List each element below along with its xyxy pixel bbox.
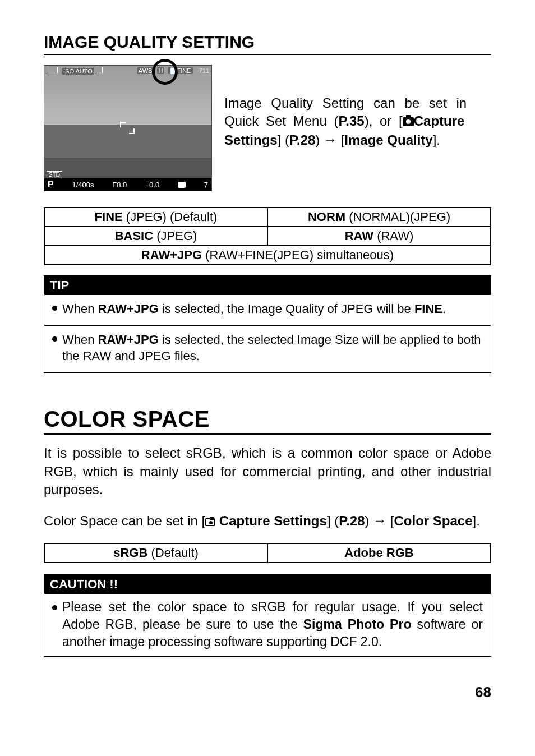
card-icon: [96, 67, 103, 73]
section-heading-image-quality: IMAGE QUALITY SETTING: [44, 33, 491, 55]
tip-box: TIP When RAW+JPG is selected, the Image …: [44, 275, 491, 373]
cell-rawjpg: RAW+JPG (RAW+FINE(JPEG) simultaneous): [44, 246, 491, 265]
tip-item-1: When RAW+JPG is selected, the Image Qual…: [52, 298, 483, 320]
awb-label: AWB: [137, 67, 154, 74]
color-space-paragraph-2: Color Space can be set in [ Capture Sett…: [44, 511, 491, 531]
caution-item: Please set the color space to sRGB for r…: [52, 598, 483, 651]
cell-raw: RAW (RAW): [268, 227, 491, 246]
color-space-table: sRGB (Default) Adobe RGB: [44, 543, 491, 563]
cell-norm: NORM (NORMAL)(JPEG): [268, 208, 491, 227]
highlight-circle-icon: [152, 59, 178, 85]
cell-srgb: sRGB (Default): [44, 543, 268, 563]
burst-count: 7: [204, 181, 208, 189]
aperture: F8.0: [112, 181, 127, 189]
caution-box: CAUTION !! Please set the color space to…: [44, 574, 491, 657]
arrow-right-icon: →: [324, 131, 337, 149]
focus-brackets-icon: [120, 122, 135, 134]
camera-outline-icon: [205, 518, 215, 526]
mode-p: P: [48, 179, 54, 190]
shutter-speed: 1/400s: [72, 181, 94, 189]
camera-icon: [403, 117, 414, 126]
page-number: 68: [44, 684, 491, 701]
color-space-paragraph-1: It is possible to select sRGB, which is …: [44, 444, 491, 499]
camera-small-icon: [178, 182, 186, 188]
arrow-right-icon: →: [373, 511, 386, 530]
tip-item-2: When RAW+JPG is selected, the selected I…: [52, 329, 483, 367]
tip-heading: TIP: [44, 276, 491, 295]
cell-adobergb: Adobe RGB: [268, 543, 491, 563]
image-quality-paragraph: Image Quality Setting can be set in Quic…: [224, 65, 491, 191]
cell-fine: FINE (JPEG) (Default): [44, 208, 268, 227]
iso-label: ISO AUTO: [62, 68, 94, 75]
image-quality-table: FINE (JPEG) (Default) NORM (NORMAL)(JPEG…: [44, 207, 491, 265]
cell-basic: BASIC (JPEG): [44, 227, 268, 246]
std-badge: STD: [47, 171, 62, 178]
exposure-comp: ±0.0: [145, 181, 159, 189]
shots-remaining: 711: [199, 67, 209, 74]
battery-icon: [47, 67, 58, 73]
section-heading-color-space: COLOR SPACE: [44, 407, 491, 435]
caution-heading: CAUTION !!: [44, 575, 491, 594]
camera-preview-image: ISO AUTO AWB H 📄FINE 711 STD P 1/400s F8…: [44, 65, 212, 191]
